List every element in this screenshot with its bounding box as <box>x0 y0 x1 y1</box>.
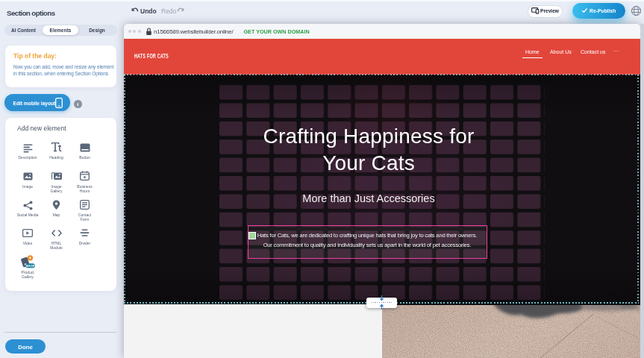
svg-text:SHOP: SHOP <box>26 263 35 267</box>
